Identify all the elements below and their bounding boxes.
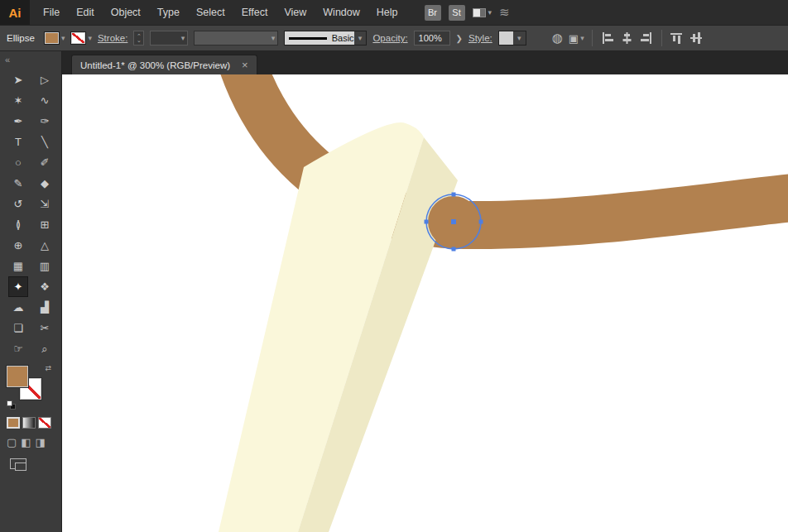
menu-window[interactable]: Window [315,0,368,25]
zoom-tool[interactable]: ⌕ [35,338,55,359]
combo-arrow-segment: ▾ [513,31,526,45]
artboard-canvas[interactable] [62,74,788,532]
line-segment-tool[interactable]: ╲ [35,132,55,152]
artboard-tool[interactable]: ❏ [8,318,28,338]
chevron-down-icon: ▾ [515,35,524,42]
magic-wand-tool[interactable]: ✶ [8,90,28,111]
menu-effect[interactable]: Effect [233,0,276,25]
ellipse-tool-icon: ○ [15,157,22,168]
recolor-artwork-icon[interactable]: ◍ [552,31,563,46]
slice-tool[interactable]: ✂ [35,318,55,338]
collapse-panel-icon[interactable]: « [0,51,61,65]
handle-bottom[interactable] [452,247,456,252]
horizontal-align-center-icon [620,31,634,45]
blend-tool[interactable]: ❖ [35,276,55,297]
artwork-svg [62,74,788,532]
brush-definition-combo[interactable]: Basic ▾ [284,31,367,46]
rotate-tool[interactable]: ↺ [8,194,28,214]
opacity-label[interactable]: Opacity: [372,33,407,43]
default-fill-stroke-icon[interactable] [7,400,18,410]
lasso-tool[interactable]: ∿ [35,90,55,111]
graphic-styles-badge[interactable]: St [449,5,465,21]
style-label[interactable]: Style: [468,33,492,43]
style-combo[interactable]: ▾ [498,31,526,46]
opacity-dropdown-arrow-icon[interactable]: ❯ [456,34,463,43]
horizontal-align-right-button[interactable] [640,31,654,45]
brushes-badge[interactable]: Br [425,5,441,21]
gesture-icon[interactable]: ≋ [499,5,509,20]
selection-type-label: Ellipse [7,33,35,43]
shape-builder-tool[interactable]: ⊕ [8,235,28,256]
gradient-tool[interactable]: ▥ [35,256,55,276]
handle-center[interactable] [451,219,456,224]
fill-proxy-swatch[interactable] [7,366,28,387]
perspective-grid-tool[interactable]: △ [35,235,55,256]
stroke-weight-stepper[interactable]: ⌃ ⌄ [133,31,144,46]
menu-select[interactable]: Select [188,0,233,25]
control-bar: Ellipse ▾ ▾ Stroke: ⌃ ⌄ ▾ ▾ Basic ▾ Opac… [0,25,788,51]
menu-object[interactable]: Object [103,0,149,25]
variable-width-profile-combo[interactable]: ▾ [194,31,278,46]
draw-behind-icon[interactable]: ◧ [21,436,31,448]
close-icon[interactable]: × [242,60,248,70]
menu-file[interactable]: File [35,0,68,25]
type-tool[interactable]: T [8,132,28,152]
horizontal-align-left-icon [600,31,614,45]
hand-tool[interactable]: ☞ [8,338,28,359]
vertical-align-top-button[interactable] [670,31,684,45]
document-tab[interactable]: Untitled-1* @ 300% (RGB/Preview) × [71,55,257,74]
document-tab-strip: Untitled-1* @ 300% (RGB/Preview) × [62,51,788,74]
none-button[interactable] [38,417,51,429]
type-tool-icon: T [15,137,22,147]
direct-selection-tool[interactable]: ▷ [35,69,55,90]
fill-color-dropdown[interactable]: ▾ [44,31,65,45]
stepper-down-icon[interactable]: ⌄ [137,38,142,42]
scale-tool[interactable]: ⇲ [35,194,55,214]
horizontal-align-center-button[interactable] [620,31,634,45]
paint-type-row [7,417,61,429]
isolate-object-button[interactable]: ▣ ▾ [569,32,584,45]
stroke-color-dropdown[interactable]: ▾ [70,31,92,45]
opacity-field[interactable]: 100% [414,31,450,46]
zoom-tool-icon: ⌕ [41,343,47,354]
document-tab-title: Untitled-1* @ 300% (RGB/Preview) [80,60,230,70]
default-fill-chip [7,400,12,406]
workspace-switcher-button[interactable]: ▾ [473,8,492,17]
eraser-tool[interactable]: ◆ [35,173,55,194]
pencil-tool[interactable]: ✎ [8,173,28,194]
fill-color-swatch-icon [44,31,60,45]
stroke-weight-combo[interactable]: ▾ [150,31,188,46]
symbol-sprayer-tool[interactable]: ☁ [8,297,28,318]
mesh-tool[interactable]: ▦ [8,256,28,276]
horizontal-align-left-button[interactable] [600,31,614,45]
width-tool[interactable]: ≬ [8,214,28,235]
handle-right[interactable] [479,220,483,224]
draw-normal-icon[interactable]: ▢ [7,436,17,448]
draw-inside-icon[interactable]: ◨ [36,436,46,448]
stroke-weight-label[interactable]: Stroke: [98,33,127,43]
curvature-tool[interactable]: ✑ [35,111,55,132]
direct-selection-tool-icon: ▷ [41,74,49,85]
pen-tool[interactable]: ✒ [8,111,28,132]
paintbrush-tool-icon: ✐ [41,157,50,168]
handle-left[interactable] [425,220,429,224]
menu-view[interactable]: View [276,0,315,25]
tool-grid: ➤ ▷ ✶ ∿ ✒ ✑ T [8,69,61,359]
change-screen-mode-icon[interactable] [10,458,26,469]
selection-tool[interactable]: ➤ [8,69,28,90]
free-transform-tool[interactable]: ⊞ [35,214,55,235]
swap-fill-stroke-icon[interactable]: ⇄ [45,364,51,372]
color-button[interactable] [7,417,20,429]
handle-top[interactable] [452,193,456,197]
menu-help[interactable]: Help [368,0,406,25]
vertical-align-center-button[interactable] [690,31,704,45]
menu-type[interactable]: Type [149,0,188,25]
separator [592,30,593,46]
column-graph-tool[interactable]: ▟ [35,297,55,318]
gradient-button[interactable] [22,417,36,429]
lasso-tool-icon: ∿ [41,95,50,106]
menu-edit[interactable]: Edit [68,0,103,25]
eyedropper-tool[interactable]: ✦ [8,276,28,297]
paintbrush-tool[interactable]: ✐ [35,152,55,173]
ellipse-tool[interactable]: ○ [8,152,28,173]
